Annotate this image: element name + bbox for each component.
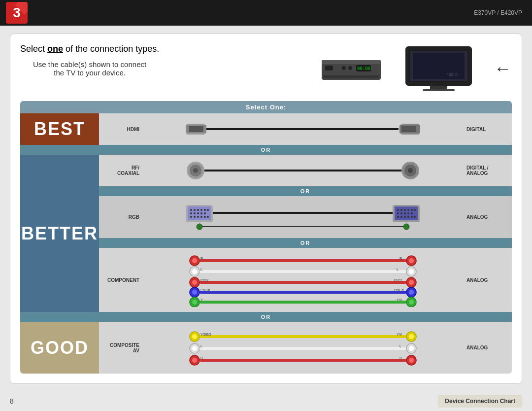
svg-point-36 <box>194 209 196 211</box>
svg-text:R: R <box>200 257 203 260</box>
rgb-left-label: RGB <box>105 214 139 220</box>
better-connections: RF/COAXIAL <box>99 155 512 312</box>
or-divider-4: OR <box>20 312 512 322</box>
component-row: COMPONENT <box>99 248 512 312</box>
svg-point-97 <box>409 290 414 295</box>
svg-text:L: L <box>200 344 202 348</box>
one-underline: one <box>47 44 63 54</box>
cable-box-icon: 00:00 <box>319 53 383 85</box>
svg-rect-117 <box>200 347 406 350</box>
svg-rect-17 <box>206 128 399 130</box>
tv-icon: VIZIO <box>403 44 474 93</box>
select-one-bar: Select One: <box>20 101 512 113</box>
device-images: 00:00 VIZIO ← <box>319 44 512 93</box>
svg-text:R: R <box>200 356 203 360</box>
svg-point-93 <box>409 269 414 274</box>
rgb-row: RGB <box>99 196 512 238</box>
svg-point-71 <box>414 216 416 218</box>
svg-rect-23 <box>401 133 419 135</box>
component-right-label: ANALOG <box>466 277 506 283</box>
svg-point-51 <box>207 216 209 218</box>
svg-rect-20 <box>187 124 204 125</box>
svg-point-68 <box>404 216 406 218</box>
svg-point-38 <box>200 209 202 211</box>
better-label: BETTER <box>20 155 99 312</box>
svg-point-111 <box>192 334 197 339</box>
rgb-cable-svg <box>143 201 463 233</box>
svg-point-55 <box>397 209 399 211</box>
svg-point-73 <box>403 224 409 230</box>
svg-rect-52 <box>213 212 393 214</box>
svg-point-46 <box>190 216 192 218</box>
svg-rect-27 <box>204 170 401 171</box>
select-one-label: Select One: <box>246 103 287 111</box>
svg-point-59 <box>411 209 413 211</box>
svg-rect-12 <box>423 89 455 91</box>
svg-text:L: L <box>200 268 202 271</box>
svg-point-60 <box>414 209 416 211</box>
svg-text:L: L <box>399 344 401 348</box>
svg-rect-87 <box>200 281 406 284</box>
svg-rect-7 <box>323 75 379 78</box>
svg-point-122 <box>409 346 414 351</box>
svg-point-44 <box>200 212 202 214</box>
svg-point-40 <box>207 209 209 211</box>
svg-rect-118 <box>200 359 406 362</box>
svg-text:Pb/Cb: Pb/Cb <box>394 288 404 292</box>
coaxial-cable-visual <box>143 160 463 181</box>
intro-text: Select one of the connection types. Use … <box>20 44 159 77</box>
svg-point-42 <box>194 212 196 214</box>
coaxial-left-label: RF/COAXIAL <box>105 165 139 176</box>
svg-point-82 <box>192 290 197 295</box>
svg-text:00:00: 00:00 <box>357 66 370 71</box>
intro-subtext: Use the cable(s) shown to connectthe TV … <box>20 60 159 77</box>
coaxial-cable-svg <box>143 160 463 181</box>
component-left-label: COMPONENT <box>105 277 139 283</box>
or-divider-3: OR <box>99 238 512 248</box>
svg-point-72 <box>197 224 202 230</box>
composite-cable-visual: VIDEO L R Y/V L R <box>143 327 463 369</box>
svg-point-63 <box>404 212 406 214</box>
svg-point-76 <box>192 258 197 263</box>
hdmi-left-label: HDMI <box>105 127 139 132</box>
or-divider-1: OR <box>20 145 512 155</box>
svg-text:Y/V: Y/V <box>397 298 402 302</box>
svg-point-4 <box>348 66 352 70</box>
coaxial-row: RF/COAXIAL <box>99 155 512 186</box>
header-bar: 3 E370VP / E420VP <box>0 0 532 26</box>
best-label: BEST <box>20 113 99 145</box>
svg-point-62 <box>400 212 402 214</box>
svg-text:Pr/Cr: Pr/Cr <box>200 278 209 282</box>
svg-point-78 <box>192 269 197 274</box>
hdmi-cable-svg <box>143 120 463 138</box>
component-cable-visual: R L Pr/Cr Pb/Cb Y R L Pr/Cr Pb/Cb Y/V <box>143 253 463 307</box>
svg-point-48 <box>197 216 199 218</box>
connection-chart: Select One: BEST HDMI <box>20 101 512 374</box>
svg-rect-116 <box>200 335 406 338</box>
svg-point-30 <box>408 168 413 173</box>
svg-point-66 <box>397 216 399 218</box>
svg-point-70 <box>411 216 413 218</box>
composite-left-label: COMPOSITEAV <box>105 342 139 353</box>
svg-point-115 <box>192 358 197 363</box>
svg-point-99 <box>409 300 414 305</box>
svg-point-61 <box>397 212 399 214</box>
hdmi-row: HDMI <box>99 113 512 145</box>
svg-text:Pr/Cr: Pr/Cr <box>394 278 402 282</box>
good-section: GOOD COMPOSITEAV <box>20 322 512 374</box>
svg-point-50 <box>204 216 206 218</box>
svg-text:Y: Y <box>200 298 203 302</box>
better-section: BETTER RF/COAXIAL <box>20 155 512 312</box>
svg-point-37 <box>197 209 199 211</box>
svg-point-65 <box>411 212 413 214</box>
footer: 8 Device Connection Chart <box>0 392 532 411</box>
svg-text:VIZIO: VIZIO <box>447 72 458 77</box>
svg-point-95 <box>409 280 414 285</box>
svg-point-91 <box>409 258 414 263</box>
or-divider-2: OR <box>99 186 512 196</box>
page-number: 8 <box>10 397 14 405</box>
svg-text:Y/V: Y/V <box>397 333 402 336</box>
svg-text:R: R <box>399 356 402 360</box>
svg-point-26 <box>193 168 198 173</box>
rgb-cable-visual <box>143 201 463 233</box>
